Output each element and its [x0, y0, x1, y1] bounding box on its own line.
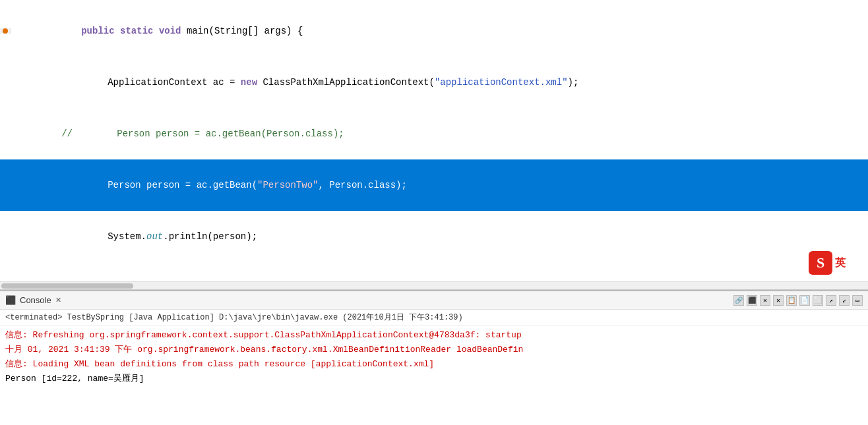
- code-line-3: // Person person = ac.getBean(Person.cla…: [0, 108, 868, 159]
- console-toolbar: 🔗 ⬛ ✕ ✕ 📋 📄 ⬜ ↗ ↙ ▭: [733, 295, 863, 306]
- code-content: public static void main(String[] args) {…: [0, 0, 868, 290]
- line-code-5: System.out.println(person);: [11, 211, 868, 262]
- code-editor: public static void main(String[] args) {…: [0, 0, 868, 290]
- breakpoint-dot: [3, 28, 8, 34]
- console-line-1: 信息: Refreshing org.springframework.conte…: [5, 328, 863, 343]
- line-code-4: Person person = ac.getBean("PersonTwo", …: [11, 159, 868, 211]
- comment-line: // Person person = ac.getBean(Person.cla…: [61, 128, 344, 139]
- line-code-2: ApplicationContext ac = new ClassPathXml…: [11, 57, 868, 108]
- console-close-x: ✕: [55, 296, 61, 304]
- console-line-4: Person [id=222, name=吴雁月]: [5, 372, 863, 386]
- scrollbar-thumb[interactable]: [1, 283, 133, 289]
- keyword-new: new: [241, 77, 257, 88]
- toolbar-btn-5[interactable]: 📋: [786, 295, 797, 306]
- sogou-label: 英: [835, 256, 846, 270]
- console-subtitle: <terminated> TestBySpring [Java Applicat…: [0, 310, 868, 326]
- console-header: ⬛ Console ✕ 🔗 ⬛ ✕ ✕ 📋 📄 ⬜ ↗ ↙ ▭: [0, 291, 868, 310]
- keyword-static: static: [120, 26, 153, 36]
- toolbar-btn-4[interactable]: ✕: [773, 295, 784, 306]
- console-line-3: 信息: Loading XML bean definitions from cl…: [5, 357, 863, 372]
- keyword-void: void: [159, 26, 181, 36]
- code-line-1: public static void main(String[] args) {: [0, 5, 868, 57]
- toolbar-btn-3[interactable]: ✕: [760, 295, 770, 306]
- editor-scrollbar[interactable]: [0, 281, 868, 289]
- sogou-widget[interactable]: S 英: [809, 250, 861, 276]
- console-title-group: ⬛ Console ✕: [5, 295, 61, 305]
- code-line-5: System.out.println(person);: [0, 211, 868, 262]
- line-code-1: public static void main(String[] args) {: [11, 5, 868, 57]
- toolbar-btn-1[interactable]: 🔗: [733, 295, 744, 306]
- string-person-two: "PersonTwo": [257, 180, 318, 190]
- toolbar-btn-9[interactable]: ↙: [839, 295, 850, 306]
- line-code-3: // Person person = ac.getBean(Person.cla…: [11, 108, 868, 159]
- toolbar-btn-6[interactable]: 📄: [799, 295, 810, 306]
- toolbar-btn-7[interactable]: ⬜: [813, 295, 823, 306]
- keyword-public: public: [81, 26, 114, 36]
- code-line-2: ApplicationContext ac = new ClassPathXml…: [0, 57, 868, 108]
- toolbar-btn-10[interactable]: ▭: [852, 295, 863, 306]
- toolbar-btn-8[interactable]: ↗: [826, 295, 836, 306]
- console-area: ⬛ Console ✕ 🔗 ⬛ ✕ ✕ 📋 📄 ⬜ ↗ ↙ ▭ <termina…: [0, 290, 868, 425]
- code-line-4-selected: Person person = ac.getBean("PersonTwo", …: [0, 159, 868, 211]
- console-icon: ⬛: [5, 295, 16, 305]
- out-field: out: [146, 231, 163, 242]
- console-output: 信息: Refreshing org.springframework.conte…: [0, 326, 868, 389]
- line-gutter-1: [0, 28, 11, 34]
- string-appcontext: "applicationContext.xml": [435, 77, 568, 88]
- console-title-label: Console: [20, 295, 51, 305]
- console-line-2: 十月 01, 2021 3:41:39 下午 org.springframewo…: [5, 343, 863, 357]
- sogou-s-logo: S: [809, 251, 832, 275]
- toolbar-btn-2[interactable]: ⬛: [747, 295, 757, 306]
